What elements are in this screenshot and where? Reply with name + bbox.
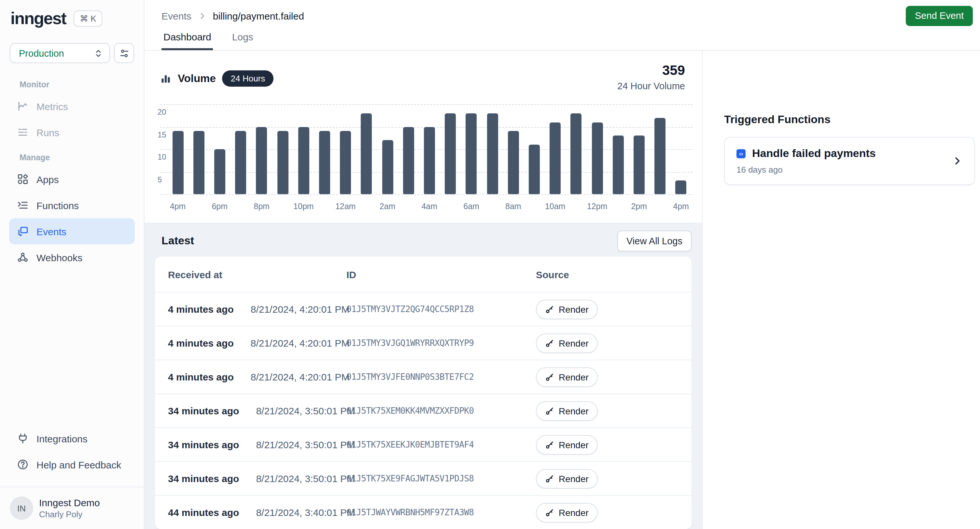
- avatar: IN: [10, 496, 33, 520]
- received-relative: 34 minutes ago: [168, 439, 239, 450]
- sidebar-item-label: Webhooks: [37, 252, 83, 263]
- received-datetime: 8/21/2024, 3:50:01 PM: [256, 405, 355, 416]
- source-badge[interactable]: Render: [536, 435, 598, 454]
- range-badge: 24 Hours: [223, 70, 274, 87]
- nav-section-manage: Manage: [0, 145, 144, 166]
- received-relative: 4 minutes ago: [168, 338, 234, 349]
- volume-bar: [466, 113, 477, 194]
- user-org: Inngest Demo: [39, 497, 100, 508]
- event-id: 01J5TJWAYVWRBNH5MF97ZTA3W8: [347, 508, 536, 517]
- environment-settings-button[interactable]: [114, 43, 134, 63]
- column-received-at: Received at: [168, 269, 347, 280]
- cell-received-at: 34 minutes ago8/21/2024, 3:50:01 PM: [168, 473, 347, 484]
- cell-source: Render: [536, 367, 679, 387]
- sidebar-item-events[interactable]: Events: [9, 218, 135, 244]
- tab-dashboard[interactable]: Dashboard: [161, 31, 213, 50]
- sidebar-item-integrations[interactable]: Integrations: [9, 425, 135, 451]
- cell-received-at: 34 minutes ago8/21/2024, 3:50:01 PM: [168, 405, 347, 416]
- table-row[interactable]: 34 minutes ago8/21/2024, 3:50:01 PM01J5T…: [155, 394, 692, 427]
- sidebar-item-webhooks[interactable]: Webhooks: [9, 244, 135, 270]
- sidebar-item-functions[interactable]: Functions: [9, 192, 135, 218]
- received-datetime: 8/21/2024, 4:20:01 PM: [251, 371, 350, 382]
- triggered-function-card[interactable]: ‹› Handle failed payments 16 days ago: [724, 137, 975, 185]
- tab-logs[interactable]: Logs: [230, 31, 255, 50]
- volume-bar: [529, 145, 540, 194]
- cell-source: Render: [536, 300, 679, 319]
- cell-source: Render: [536, 503, 679, 522]
- source-badge[interactable]: Render: [536, 401, 598, 421]
- breadcrumb: Events billing/payment.failed: [161, 10, 304, 21]
- table-row[interactable]: 4 minutes ago8/21/2024, 4:20:01 PM01J5TM…: [155, 292, 692, 326]
- inngest-logo: inngest: [10, 8, 66, 29]
- sidebar-item-metrics[interactable]: Metrics: [9, 93, 135, 119]
- source-name: Render: [559, 473, 589, 484]
- cell-source: Render: [536, 401, 679, 421]
- key-icon: [545, 304, 554, 314]
- chevron-right-icon: [952, 156, 963, 166]
- x-axis-tick: 6pm: [212, 202, 228, 211]
- column-source: Source: [536, 269, 679, 280]
- x-axis-tick: 2am: [380, 202, 396, 211]
- source-badge[interactable]: Render: [536, 469, 598, 488]
- key-icon: [545, 474, 554, 483]
- cell-received-at: 44 minutes ago8/21/2024, 3:40:01 PM: [168, 507, 347, 518]
- y-axis-tick: 20: [158, 107, 166, 116]
- volume-bar: [319, 131, 330, 194]
- sidebar-item-label: Metrics: [37, 100, 68, 112]
- environment-select[interactable]: Production: [10, 43, 110, 63]
- x-axis-tick: 2pm: [631, 202, 647, 211]
- table-row[interactable]: 4 minutes ago8/21/2024, 4:20:01 PM01J5TM…: [155, 360, 692, 394]
- queue-list-icon: [17, 126, 29, 138]
- sidebar-item-apps[interactable]: Apps: [9, 166, 135, 192]
- command-k-shortcut[interactable]: ⌘ K: [74, 10, 102, 27]
- source-badge[interactable]: Render: [536, 333, 598, 353]
- breadcrumb-event-name: billing/payment.failed: [213, 10, 304, 21]
- table-header: Received at ID Source: [155, 257, 692, 292]
- source-badge[interactable]: Render: [536, 503, 598, 522]
- received-datetime: 8/21/2024, 4:20:01 PM: [251, 338, 350, 349]
- volume-total: 359: [617, 62, 685, 78]
- plug-icon: [17, 433, 29, 444]
- breadcrumb-events-link[interactable]: Events: [161, 10, 191, 21]
- cell-received-at: 4 minutes ago8/21/2024, 4:20:01 PM: [168, 304, 347, 315]
- event-id: 01J5TMY3VJFE0NNP0S3BTE7FC2: [347, 372, 536, 382]
- function-name: Handle failed payments: [752, 147, 876, 160]
- key-icon: [545, 440, 554, 449]
- received-datetime: 8/21/2024, 4:20:01 PM: [251, 304, 350, 315]
- sidebar-item-help[interactable]: Help and Feedback: [9, 451, 135, 478]
- key-icon: [545, 338, 554, 347]
- x-axis-tick: 6am: [463, 202, 479, 211]
- x-axis-tick: 8am: [505, 202, 521, 211]
- table-row[interactable]: 34 minutes ago8/21/2024, 3:50:01 PM01J5T…: [155, 461, 692, 495]
- cell-source: Render: [536, 333, 679, 353]
- received-relative: 34 minutes ago: [168, 405, 239, 416]
- table-row[interactable]: 34 minutes ago8/21/2024, 3:50:01 PM01J5T…: [155, 427, 692, 461]
- event-id: 01J5TK75XEM0KK4MVMZXXFDPK0: [347, 406, 536, 416]
- sidebar-item-label: Events: [37, 226, 67, 237]
- volume-bar: [676, 181, 687, 194]
- send-event-button[interactable]: Send Event: [906, 6, 973, 26]
- source-badge[interactable]: Render: [536, 367, 598, 387]
- received-relative: 4 minutes ago: [168, 304, 234, 315]
- volume-section: Volume 24 Hours 359 24 Hour Volume 51015…: [145, 51, 702, 223]
- user-menu[interactable]: IN Inngest Demo Charly Poly: [0, 487, 144, 529]
- volume-bar: [340, 131, 351, 194]
- line-chart-icon: [17, 100, 29, 112]
- table-row[interactable]: 4 minutes ago8/21/2024, 4:20:01 PM01J5TM…: [155, 326, 692, 360]
- volume-bar: [382, 140, 393, 194]
- table-row[interactable]: 44 minutes ago8/21/2024, 3:40:01 PM01J5T…: [155, 495, 692, 529]
- volume-bar: [403, 127, 414, 194]
- nav-section-monitor: Monitor: [0, 72, 144, 93]
- volume-bar: [193, 131, 204, 194]
- x-axis-tick: 4pm: [673, 202, 689, 211]
- received-relative: 4 minutes ago: [168, 371, 234, 382]
- volume-bar: [361, 113, 372, 194]
- source-badge[interactable]: Render: [536, 300, 598, 319]
- sidebar-item-runs[interactable]: Runs: [9, 119, 135, 145]
- volume-bar: [235, 131, 246, 194]
- chevron-up-down-icon: [94, 49, 103, 57]
- view-all-logs-button[interactable]: View All Logs: [617, 231, 692, 252]
- function-list-icon: [17, 199, 29, 211]
- sidebar-item-label: Functions: [37, 200, 79, 211]
- x-axis-tick: 12pm: [587, 202, 608, 211]
